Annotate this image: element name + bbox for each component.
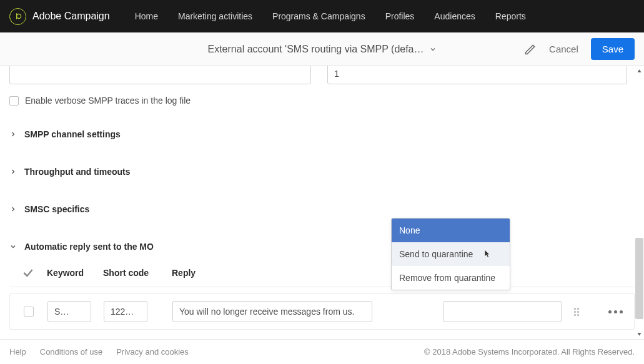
nav-programs[interactable]: Programs & Campaigns	[272, 11, 365, 21]
table-row: S… 122… You will no longer receive messa…	[9, 293, 635, 330]
top-nav-list: Home Marketing activities Programs & Cam…	[135, 11, 526, 21]
footer-links: Help Conditions of use Privacy and cooki…	[9, 347, 189, 357]
table-header-row: Keyword Short code Reply	[9, 267, 635, 287]
more-icon	[608, 310, 623, 313]
verbose-traces-checkbox[interactable]	[9, 96, 19, 106]
footer-privacy[interactable]: Privacy and cookies	[116, 347, 189, 357]
cell-reply: You will no longer receive messages from…	[172, 301, 443, 322]
chevron-right-icon	[9, 168, 17, 175]
scrollbar-up-arrow[interactable]	[635, 66, 644, 76]
cursor-icon	[482, 248, 492, 260]
dropdown-option-label: Send to quarantine	[399, 249, 473, 259]
right-text-input[interactable]: 1	[327, 66, 627, 84]
scrollbar-track[interactable]	[635, 76, 644, 330]
dropdown-option-remove-quarantine[interactable]: Remove from quarantine	[392, 266, 510, 290]
action-select[interactable]	[443, 301, 562, 322]
row-select[interactable]	[10, 307, 47, 317]
footer-help[interactable]: Help	[9, 347, 26, 357]
nav-home[interactable]: Home	[135, 11, 158, 21]
cell-keyword: S…	[47, 301, 104, 322]
verbose-traces-label: Enable verbose SMPP traces in the log fi…	[25, 96, 191, 106]
col-select-all[interactable]	[9, 267, 47, 279]
nav-profiles[interactable]: Profiles	[385, 11, 415, 21]
check-icon	[22, 267, 34, 279]
section-smsc-label: SMSC specifics	[24, 204, 89, 214]
left-text-input[interactable]	[9, 66, 311, 84]
nav-marketing[interactable]: Marketing activities	[178, 11, 252, 21]
dropdown-option-none[interactable]: None	[392, 219, 510, 242]
section-auto-reply[interactable]: Automatic reply sent to the MO	[9, 233, 635, 260]
row-checkbox[interactable]	[24, 307, 34, 317]
scrollbar-down-arrow[interactable]	[635, 330, 644, 339]
section-smsc[interactable]: SMSC specifics	[9, 195, 635, 223]
svg-marker-0	[638, 69, 642, 72]
section-throughput[interactable]: Throughput and timeouts	[9, 158, 635, 185]
chevron-right-icon	[9, 205, 17, 213]
section-auto-reply-label: Automatic reply sent to the MO	[24, 242, 154, 252]
nav-reports[interactable]: Reports	[495, 11, 526, 21]
cell-action	[443, 301, 574, 322]
col-shortcode-header: Short code	[103, 268, 172, 278]
page-title-dropdown[interactable]: External account 'SMS routing via SMPP (…	[207, 44, 436, 55]
section-throughput-label: Throughput and timeouts	[24, 167, 131, 177]
cell-shortcode: 122…	[104, 301, 172, 322]
top-navigation: Adobe Campaign Home Marketing activities…	[0, 0, 644, 32]
cancel-button[interactable]: Cancel	[549, 44, 578, 54]
dropdown-option-send-quarantine[interactable]: Send to quarantine	[392, 242, 510, 266]
col-keyword-header: Keyword	[47, 268, 103, 278]
main-content: 1 Enable verbose SMPP traces in the log …	[0, 66, 644, 339]
shortcode-input[interactable]: 122…	[104, 301, 147, 322]
page-subheader: External account 'SMS routing via SMPP (…	[0, 32, 644, 66]
reply-input[interactable]: You will no longer receive messages from…	[172, 301, 372, 322]
chevron-right-icon	[9, 130, 17, 138]
subheader-actions: Cancel Save	[524, 38, 635, 60]
section-smpp-label: SMPP channel settings	[24, 129, 121, 139]
brand-area: Adobe Campaign	[9, 8, 110, 25]
scrollbar-thumb[interactable]	[635, 238, 643, 319]
logo-icon	[9, 8, 26, 25]
auto-reply-table: Keyword Short code Reply S… 122… You w	[9, 267, 635, 339]
chevron-down-icon	[9, 243, 17, 250]
edit-icon[interactable]	[524, 43, 537, 56]
cell-more[interactable]	[597, 310, 634, 313]
svg-marker-1	[638, 333, 642, 336]
section-smpp-settings[interactable]: SMPP channel settings	[9, 121, 635, 148]
page-title: External account 'SMS routing via SMPP (…	[207, 44, 424, 55]
verbose-traces-row: Enable verbose SMPP traces in the log fi…	[9, 96, 635, 106]
nav-audiences[interactable]: Audiences	[434, 11, 475, 21]
save-button[interactable]: Save	[591, 38, 635, 60]
keyword-input[interactable]: S…	[47, 301, 91, 322]
cell-drag[interactable]	[574, 308, 597, 316]
top-inputs-row: 1	[9, 66, 635, 84]
drag-handle-icon	[574, 308, 597, 316]
footer-conditions[interactable]: Conditions of use	[40, 347, 102, 357]
page-footer: Help Conditions of use Privacy and cooki…	[0, 339, 644, 364]
brand-text: Adobe Campaign	[32, 11, 110, 22]
action-dropdown: None Send to quarantine Remove from quar…	[391, 218, 510, 290]
chevron-down-icon	[429, 46, 437, 53]
footer-copyright: © 2018 Adobe Systems Incorporated. All R…	[424, 347, 635, 357]
